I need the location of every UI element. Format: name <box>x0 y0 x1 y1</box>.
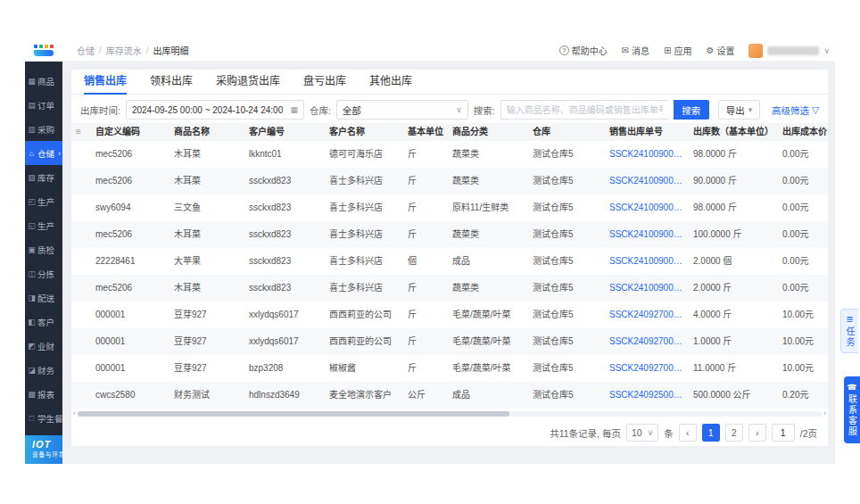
page-jump-input[interactable] <box>772 424 795 442</box>
cell: 豆芽927 <box>170 355 244 382</box>
settings-link[interactable]: ⚙ 设置 <box>706 44 734 57</box>
sidebar-item-生产[interactable]: ◰生产 <box>25 189 62 213</box>
sidebar-item-icon: □ <box>28 414 36 423</box>
export-button[interactable]: 导出 ▾ <box>718 100 761 120</box>
outbound-order-link[interactable]: SSCK24100900015 <box>605 275 689 302</box>
tab-领料出库[interactable]: 领料出库 <box>150 70 193 95</box>
row-lead-cell <box>71 248 91 275</box>
column-header-出库成本价: 出库成本价 <box>778 123 828 141</box>
scrollbar-thumb[interactable] <box>78 411 509 417</box>
row-lead-cell <box>71 275 91 302</box>
outbound-order-link[interactable]: SSCK24092700004 <box>605 328 689 355</box>
sidebar: ▦商品▤订单▥采购⌂仓储›▧库存◰生产◱生产▣质检◫分拣◨配送◧客户◩业财◪财务… <box>25 62 62 435</box>
sidebar-item-icon: ◫ <box>28 269 36 278</box>
task-panel-button[interactable]: ≣ 任务 <box>840 309 858 353</box>
sidebar-item-业财[interactable]: ◩业财 <box>25 334 62 358</box>
horizontal-scrollbar[interactable]: ‹ › <box>71 409 828 418</box>
tab-采购退货出库[interactable]: 采购退货出库 <box>216 70 280 95</box>
breadcrumb-item[interactable]: 库存流水 <box>106 44 142 57</box>
cell: 测试仓库5 <box>528 302 605 328</box>
search-input[interactable] <box>500 100 668 120</box>
sidebar-item-订单[interactable]: ▤订单 <box>25 93 62 117</box>
sidebar-item-采购[interactable]: ▥采购 <box>25 117 62 141</box>
advanced-filter-link[interactable]: 高级筛选 ▽ <box>772 103 819 117</box>
scrollbar-track[interactable] <box>78 411 822 417</box>
scroll-left-icon[interactable]: ‹ <box>73 409 76 418</box>
cell: lkkntc01 <box>244 141 325 168</box>
prev-page-button[interactable]: ‹ <box>679 424 697 442</box>
row-lead-cell <box>71 382 91 409</box>
column-header-出库数（基本单位）: 出库数（基本单位） <box>689 123 778 141</box>
outbound-order-link[interactable]: SSCK24100900015 <box>605 248 689 275</box>
cell: 测试仓库5 <box>528 382 605 409</box>
cell: 0.00元 <box>778 248 828 275</box>
contact-service-button[interactable]: ☎ 联系客服 <box>844 376 860 443</box>
tab-其他出库[interactable]: 其他出库 <box>369 70 412 95</box>
sidebar-item-label: 生产 <box>37 195 54 208</box>
table-row: mec5206木耳菜ssckxd823喜士多科兴店斤蔬菜类测试仓库5SSCK24… <box>71 275 828 302</box>
tab-盘亏出库[interactable]: 盘亏出库 <box>303 70 346 95</box>
topbar-actions: ? 帮助中心 ✉ 消息 ⊞ 应用 ⚙ 设置 ∨ <box>559 44 835 58</box>
sidebar-item-icon: ▣ <box>28 245 36 254</box>
sidebar-item-财务[interactable]: ◪财务 <box>25 358 62 382</box>
record-count-text: 共11条记录, 每页 <box>550 426 621 440</box>
cell: 毛菜/蔬菜/叶菜 <box>448 355 528 382</box>
sidebar-item-客户[interactable]: ◧客户 <box>25 310 62 334</box>
filter-bar: 出库时间: 2024-09-25 00:00 ~ 2024-10-24 24:0… <box>71 96 828 123</box>
cell: 22228461 <box>91 248 170 275</box>
cell: 测试仓库5 <box>528 141 605 168</box>
sidebar-item-仓储[interactable]: ⌂仓储› <box>25 141 62 165</box>
cell: 000001 <box>91 328 170 355</box>
help-center-link[interactable]: ? 帮助中心 <box>559 44 608 57</box>
outbound-order-link[interactable]: SSCK24092500004 <box>605 382 689 409</box>
headset-icon: ☎ <box>847 383 856 392</box>
apps-link[interactable]: ⊞ 应用 <box>664 44 691 57</box>
page-button-2[interactable]: 2 <box>725 424 743 442</box>
column-settings-icon[interactable]: ≡ <box>71 123 91 141</box>
outbound-order-link[interactable]: SSCK24100900020 <box>605 168 689 194</box>
page-size-unit: 条 <box>664 426 674 440</box>
outbound-order-link[interactable]: SSCK24092700011 <box>605 355 689 382</box>
chevron-right-icon: › <box>58 149 61 158</box>
sidebar-item-生产[interactable]: ◱生产 <box>25 213 62 237</box>
user-menu[interactable]: ∨ <box>748 44 830 58</box>
cell: 木耳菜 <box>170 221 244 248</box>
page-button-1[interactable]: 1 <box>702 424 720 442</box>
next-page-button[interactable]: › <box>748 424 766 442</box>
sidebar-item-配送[interactable]: ◨配送 <box>25 285 62 310</box>
sidebar-item-报表[interactable]: ▩报表 <box>25 382 62 406</box>
sidebar-item-分拣[interactable]: ◫分拣 <box>25 261 62 285</box>
sidebar-item-商品[interactable]: ▦商品 <box>25 69 62 93</box>
cell: 0.00元 <box>778 275 828 302</box>
outbound-order-link[interactable]: SSCK24100900017 <box>605 194 689 221</box>
sidebar-item-质检[interactable]: ▣质检 <box>25 237 62 261</box>
scroll-right-icon[interactable]: › <box>823 409 826 418</box>
cell: ssckxd823 <box>244 168 325 194</box>
cell: 原料11/生鲜类 <box>448 194 528 221</box>
date-range-input[interactable]: 2024-09-25 00:00 ~ 2024-10-24 24:00 ▦ <box>126 100 304 120</box>
cell: cwcs2580 <box>91 382 170 409</box>
table-row: mec5206木耳菜ssckxd823喜士多科兴店斤蔬菜类测试仓库5SSCK24… <box>71 168 828 194</box>
page-size-select[interactable]: 10 ∨ <box>626 424 658 442</box>
cell: 麦全地演示客户 <box>325 382 403 409</box>
outbound-order-link[interactable]: SSCK24100900021 <box>605 141 689 168</box>
cell: 成品 <box>448 248 528 275</box>
sidebar-item-学生餐[interactable]: □学生餐 <box>25 406 62 430</box>
page-number-group: 12 <box>702 424 743 442</box>
row-lead-cell <box>71 221 91 248</box>
cell: 测试仓库5 <box>528 248 605 275</box>
search-button[interactable]: 搜索 <box>674 100 709 120</box>
table-row: 000001豆芽927xxlydqs6017西西莉亚的公司斤毛菜/蔬菜/叶菜测试… <box>71 328 828 355</box>
cell: 10.00元 <box>778 302 828 328</box>
breadcrumb-item[interactable]: 仓储 <box>77 44 95 57</box>
sidebar-item-label: 业财 <box>37 340 54 352</box>
warehouse-select[interactable]: 全部 ∨ <box>336 100 468 120</box>
outbound-order-link[interactable]: SSCK24100900017 <box>605 221 689 248</box>
outbound-order-link[interactable]: SSCK24092700004 <box>605 302 689 328</box>
cell: 测试仓库5 <box>528 168 605 194</box>
cell: 公斤 <box>403 382 448 409</box>
cell: 蔬菜类 <box>448 275 528 302</box>
tab-销售出库[interactable]: 销售出库 <box>84 70 127 95</box>
sidebar-item-库存[interactable]: ▧库存 <box>25 165 62 189</box>
messages-link[interactable]: ✉ 消息 <box>622 44 649 57</box>
